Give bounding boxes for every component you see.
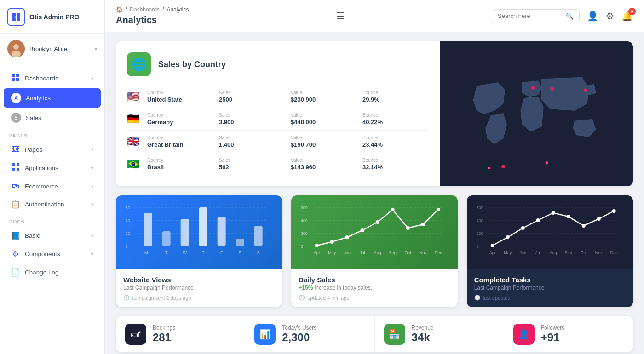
stat-followers: 👤 Followers +91 bbox=[504, 316, 633, 352]
sales-table-area: 🌐 Sales by Country 🇺🇸 Country: United St… bbox=[116, 41, 440, 186]
svg-rect-34 bbox=[236, 239, 244, 246]
avatar bbox=[7, 40, 25, 57]
svg-text:Aug: Aug bbox=[549, 251, 557, 255]
clock-icon: 🕐 bbox=[123, 295, 130, 301]
svg-point-78 bbox=[506, 235, 509, 239]
stat-today-users-data: Today's Users 2,300 bbox=[282, 325, 316, 344]
revenue-value: 34k bbox=[412, 331, 434, 344]
today-users-icon: 📊 bbox=[259, 329, 271, 340]
sidebar-item-analytics[interactable]: A Analytics bbox=[4, 88, 101, 108]
svg-rect-0 bbox=[12, 13, 16, 17]
flag-de: 🇩🇪 bbox=[127, 113, 142, 125]
logo-icon bbox=[7, 8, 25, 26]
svg-rect-13 bbox=[12, 168, 15, 171]
ecommerce-icon: 🛍 bbox=[11, 182, 20, 190]
svg-rect-2 bbox=[12, 17, 16, 21]
col-country-us: Country: United State bbox=[147, 90, 213, 103]
sidebar-item-applications[interactable]: Applications ▾ bbox=[4, 159, 101, 177]
svg-rect-29 bbox=[144, 213, 152, 246]
svg-text:Nov: Nov bbox=[595, 251, 603, 255]
app-name: Otis Admin PRO bbox=[29, 13, 79, 21]
stats-row: 🛋 Bookings 281 📊 Today's Users 2,300 � bbox=[116, 316, 633, 352]
authentication-chevron-icon: ▾ bbox=[91, 202, 93, 207]
website-views-subtitle: Last Campaign Performance bbox=[123, 285, 275, 291]
svg-point-54 bbox=[361, 228, 364, 232]
svg-text:Jul: Jul bbox=[360, 251, 365, 255]
today-users-label: Today's Users bbox=[282, 325, 316, 331]
applications-chevron-icon: ▾ bbox=[91, 166, 93, 171]
sidebar-item-dashboards[interactable]: Dashboards ▾ bbox=[4, 69, 101, 88]
svg-point-85 bbox=[612, 209, 615, 213]
svg-point-52 bbox=[330, 240, 334, 244]
sidebar-item-ecommerce[interactable]: 🛍 Ecommerce ▾ bbox=[4, 177, 101, 195]
sidebar-item-analytics-label: Analytics bbox=[26, 95, 51, 102]
followers-value: +91 bbox=[541, 331, 564, 344]
svg-point-6 bbox=[12, 51, 21, 57]
dashboards-chevron-icon: ▾ bbox=[91, 76, 93, 81]
user-icon[interactable]: 👤 bbox=[587, 11, 598, 22]
svg-point-79 bbox=[521, 226, 524, 230]
svg-point-53 bbox=[345, 235, 349, 239]
completed-tasks-subtitle: Last Campaign Performance bbox=[474, 285, 626, 291]
pages-chevron-icon: ▾ bbox=[91, 147, 93, 152]
user-profile[interactable]: Brooklyn Alice ▾ bbox=[0, 34, 104, 64]
svg-text:Sep: Sep bbox=[564, 251, 572, 255]
components-icon: ⚙ bbox=[11, 250, 20, 258]
table-row: 🇬🇧 Country: Great Britain Sales: 1.400 V… bbox=[127, 131, 429, 153]
sales-letter-icon: S bbox=[11, 113, 21, 123]
svg-text:60: 60 bbox=[126, 206, 130, 210]
today-users-value: 2,300 bbox=[282, 331, 316, 344]
svg-text:0: 0 bbox=[126, 244, 128, 249]
header-right: 🔍 👤 ⚙ 🔔 9 bbox=[492, 9, 633, 23]
main-content: 🏠 / Dashboards / Analytics Analytics ☰ 🔍… bbox=[105, 0, 644, 354]
col-bounce-us: Bounce: 29.9% bbox=[362, 90, 429, 103]
search-input[interactable] bbox=[498, 12, 562, 19]
svg-text:20: 20 bbox=[126, 231, 130, 236]
settings-icon[interactable]: ⚙ bbox=[606, 11, 614, 22]
sidebar-item-pages[interactable]: 🖼 Pages ▾ bbox=[4, 141, 101, 158]
breadcrumb-dashboards[interactable]: Dashboards bbox=[130, 6, 160, 13]
sidebar-item-pages-label: Pages bbox=[25, 146, 42, 153]
sidebar-item-authentication[interactable]: 📋 Authentication ▾ bbox=[4, 195, 101, 213]
svg-point-82 bbox=[566, 215, 570, 218]
sidebar-item-sales[interactable]: S Sales bbox=[4, 108, 101, 127]
svg-rect-32 bbox=[199, 207, 207, 246]
search-box: 🔍 bbox=[492, 9, 580, 23]
user-chevron-icon: ▾ bbox=[95, 46, 97, 51]
header-left: 🏠 / Dashboards / Analytics Analytics bbox=[116, 6, 189, 25]
svg-text:S: S bbox=[257, 251, 260, 255]
header-center: ☰ bbox=[336, 11, 345, 22]
svg-point-20 bbox=[546, 161, 548, 164]
sidebar-nav: Dashboards ▾ A Analytics S Sales PAGES 🖼… bbox=[0, 64, 104, 354]
sales-header: 🌐 Sales by Country bbox=[127, 52, 429, 76]
bookings-label: Bookings bbox=[153, 325, 175, 331]
flag-br: 🇧🇷 bbox=[127, 158, 142, 170]
svg-text:600: 600 bbox=[476, 206, 483, 210]
sidebar-item-changelog[interactable]: 📄 Change Log bbox=[4, 263, 101, 281]
map-container bbox=[440, 41, 633, 186]
sidebar-item-basic[interactable]: 📘 Basic ▾ bbox=[4, 227, 101, 245]
svg-text:400: 400 bbox=[476, 218, 483, 223]
sidebar-item-changelog-label: Change Log bbox=[25, 269, 59, 276]
sidebar-item-components[interactable]: ⚙ Components ▾ bbox=[4, 245, 101, 263]
basic-icon: 📘 bbox=[11, 231, 20, 240]
svg-text:W: W bbox=[183, 251, 187, 255]
svg-text:Oct: Oct bbox=[405, 251, 412, 255]
svg-point-18 bbox=[584, 88, 587, 92]
daily-sales-chart: 600 400 200 0 bbox=[291, 195, 457, 269]
sidebar-item-ecommerce-label: Ecommerce bbox=[25, 183, 58, 190]
svg-point-5 bbox=[13, 44, 19, 50]
svg-text:May: May bbox=[504, 251, 512, 255]
notification-icon[interactable]: 🔔 9 bbox=[621, 11, 633, 22]
svg-point-59 bbox=[437, 208, 440, 211]
stat-revenue-data: Revenue 34k bbox=[412, 325, 434, 344]
svg-text:0: 0 bbox=[301, 244, 303, 249]
components-chevron-icon: ▾ bbox=[91, 251, 93, 257]
svg-text:200: 200 bbox=[476, 231, 483, 236]
sales-by-country-card: 🌐 Sales by Country 🇺🇸 Country: United St… bbox=[116, 41, 633, 186]
bookings-icon-wrap: 🛋 bbox=[125, 324, 146, 345]
website-views-card: 60 40 20 0 M T bbox=[116, 195, 282, 307]
stat-bookings: 🛋 Bookings 281 bbox=[116, 316, 245, 352]
svg-rect-9 bbox=[12, 78, 15, 81]
menu-icon[interactable]: ☰ bbox=[336, 11, 345, 22]
